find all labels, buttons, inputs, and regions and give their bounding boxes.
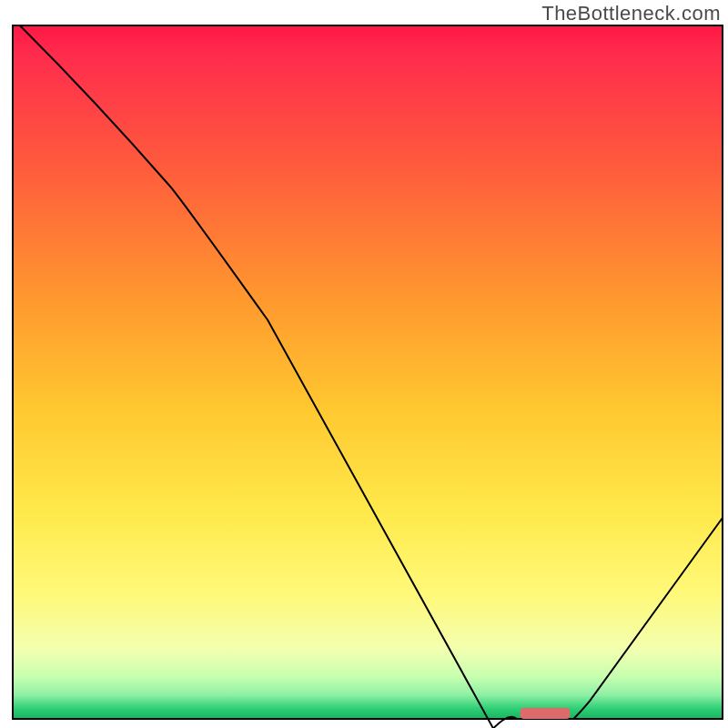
chart-svg [0,0,728,728]
watermark-text: TheBottleneck.com [541,2,721,25]
optimal-zone-marker [521,708,571,719]
bottleneck-chart: TheBottleneck.com [0,0,728,728]
